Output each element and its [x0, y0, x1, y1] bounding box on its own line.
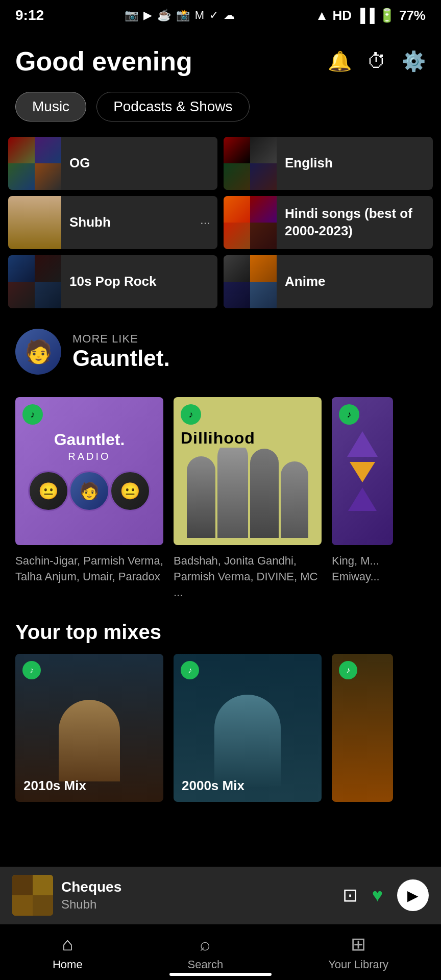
now-playing-title: Cheques [61, 879, 334, 895]
pop-rock-label: 10s Pop Rock [61, 273, 217, 290]
pop-art-1 [8, 255, 35, 282]
wifi-icon: ▲ [315, 8, 329, 23]
instagram-icon: 📸 [176, 9, 190, 22]
en-art-1 [224, 137, 250, 163]
anime-art-1 [224, 255, 250, 282]
now-playing-thumb [12, 875, 53, 916]
status-bar: 9:12 📷 ▶ ☕ 📸 M ✓ ☁ ▲ HD ▐▐ 🔋 77% [0, 0, 441, 31]
page-title: Good evening [15, 46, 192, 77]
spotify-badge-king: ♪ [339, 404, 359, 425]
dillihood-art: ♪ Dillihood [174, 397, 322, 545]
filter-tabs: Music Podcasts & Shows [0, 87, 441, 137]
signal-bars: ▐▐ [356, 8, 375, 23]
hindi-label: Hindi songs (best of 2000-2023) [277, 205, 433, 240]
hi-art-2 [250, 196, 277, 223]
mail-icon: M [195, 9, 204, 22]
connect-device-icon[interactable]: ⊡ [342, 885, 358, 906]
gauntlet-art-title: Gauntlet. [54, 431, 125, 449]
english-thumb [224, 137, 277, 190]
og-art-3 [8, 163, 35, 190]
og-thumb [8, 137, 61, 190]
search-label: Search [188, 958, 224, 971]
status-icons: 📷 ▶ ☕ 📸 M ✓ ☁ [125, 9, 235, 22]
cards-row: ♪ Gauntlet. RADIO 😐 🧑 😐 Sachin-Jigar, Pa… [0, 397, 441, 600]
gauntlet-avatars: 😐 🧑 😐 [28, 471, 151, 511]
battery-icon: 🔋 [379, 8, 395, 23]
nav-home[interactable]: ⌂ Home [53, 934, 83, 971]
mix-third[interactable]: ♪ [332, 654, 393, 802]
home-label: Home [53, 958, 83, 971]
pop-art-3 [8, 282, 35, 308]
shubh-thumb [8, 196, 61, 249]
hi-art-1 [224, 196, 250, 223]
english-label: English [277, 155, 433, 172]
quick-item-og[interactable]: OG [8, 137, 217, 190]
card-dillihood[interactable]: ♪ Dillihood Badshah, Jonita Gandhi, Parm… [174, 397, 322, 600]
more-like-label: MORE LIKE [72, 332, 170, 346]
settings-icon[interactable]: ⚙️ [402, 50, 426, 72]
quick-item-english[interactable]: English [224, 137, 433, 190]
now-playing-bar[interactable]: Cheques Shubh ⊡ ♥ ▶ [0, 867, 441, 924]
youtube-icon: ▶ [143, 9, 152, 22]
quick-item-hindi[interactable]: Hindi songs (best of 2000-2023) [224, 196, 433, 249]
anime-thumb [224, 255, 277, 308]
spotify-mix-3: ♪ [339, 661, 357, 679]
gauntlet-art: ♪ Gauntlet. RADIO 😐 🧑 😐 [15, 397, 163, 545]
more-like-header: 🧑 MORE LIKE Gauntlet. [15, 329, 426, 375]
heart-icon[interactable]: ♥ [372, 885, 383, 906]
shubh-label: Shubh [61, 214, 217, 231]
anime-art-3 [224, 282, 250, 308]
tab-podcasts[interactable]: Podcasts & Shows [96, 92, 249, 121]
tick-icon: ✓ [209, 9, 218, 22]
en-art-4 [250, 163, 277, 190]
quick-item-pop-rock[interactable]: 10s Pop Rock [8, 255, 217, 308]
hi-art-4 [250, 223, 277, 249]
dillihood-subtitle: Badshah, Jonita Gandhi, Parmish Verma, D… [174, 553, 322, 600]
tab-music[interactable]: Music [15, 92, 86, 121]
mix-2010s[interactable]: ♪ 2010s Mix [15, 654, 163, 802]
camera-icon: 📷 [125, 9, 138, 22]
library-icon: ⊞ [351, 934, 366, 955]
now-playing-info: Cheques Shubh [61, 879, 334, 912]
og-label: OG [61, 155, 217, 172]
spotify-badge-gauntlet: ♪ [22, 404, 43, 425]
quick-item-anime[interactable]: Anime [224, 255, 433, 308]
quick-item-shubh[interactable]: Shubh ··· [8, 196, 217, 249]
anime-art-2 [250, 255, 277, 282]
king-art: ♪ [332, 397, 393, 545]
mix-art-2000s: ♪ 2000s Mix [174, 654, 322, 802]
hi-art-3 [224, 223, 250, 249]
nav-search[interactable]: ⌕ Search [188, 934, 224, 971]
og-art-2 [35, 137, 61, 163]
coffee-icon: ☕ [157, 9, 171, 22]
hindi-thumb [224, 196, 277, 249]
mix-art-2010s: ♪ 2010s Mix [15, 654, 163, 802]
more-options-icon[interactable]: ··· [200, 215, 210, 230]
en-art-2 [250, 137, 277, 163]
mix-art-third: ♪ [332, 654, 393, 802]
cloud-icon: ☁ [224, 9, 235, 22]
card-gauntlet-radio[interactable]: ♪ Gauntlet. RADIO 😐 🧑 😐 Sachin-Jigar, Pa… [15, 397, 163, 600]
battery-text: 77% [399, 8, 426, 23]
geometric-shapes [347, 431, 378, 511]
anime-art-4 [250, 282, 277, 308]
card-king-mix[interactable]: ♪ King, M... Emiway... [332, 397, 393, 600]
pop-art-2 [35, 255, 61, 282]
person-figure-1 [59, 700, 120, 781]
avatar-emoji: 🧑 [24, 338, 53, 365]
g-avatar-2: 🧑 [69, 471, 110, 511]
mix-2000s[interactable]: ♪ 2000s Mix [174, 654, 322, 802]
play-button[interactable]: ▶ [397, 879, 429, 911]
more-like-name: Gauntlet. [72, 346, 170, 371]
bottom-nav: ⌂ Home ⌕ Search ⊞ Your Library [0, 924, 441, 980]
header-actions: 🔔 ⏱ ⚙️ [328, 50, 426, 72]
mix-2000s-label: 2000s Mix [182, 778, 244, 794]
spotify-badge-dillihood: ♪ [181, 404, 201, 425]
nav-library[interactable]: ⊞ Your Library [328, 934, 388, 971]
header: Good evening 🔔 ⏱ ⚙️ [0, 31, 441, 87]
library-label: Your Library [328, 958, 388, 971]
pop-art-4 [35, 282, 61, 308]
history-icon[interactable]: ⏱ [367, 51, 386, 72]
notification-icon[interactable]: 🔔 [328, 50, 352, 72]
signal-icon: HD [333, 8, 352, 23]
